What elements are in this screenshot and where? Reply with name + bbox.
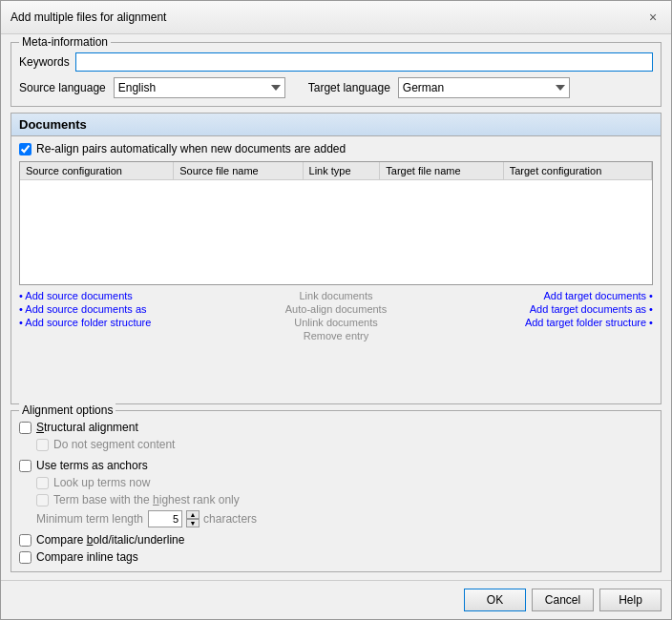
- structural-alignment-checkbox[interactable]: [19, 422, 32, 434]
- remove-entry-row: Remove entry: [230, 329, 441, 342]
- compare-inline-label: Compare inline tags: [36, 550, 138, 564]
- structural-alignment-row: Structural alignment: [19, 421, 653, 434]
- add-source-folder-link[interactable]: Add source folder structure: [19, 317, 151, 328]
- right-links: Add target documents Add target document…: [442, 289, 653, 342]
- meta-section: Meta-information Keywords Source languag…: [10, 42, 662, 107]
- close-button[interactable]: ×: [644, 9, 662, 26]
- term-base-checkbox: [36, 494, 49, 506]
- keywords-input[interactable]: [75, 52, 653, 72]
- do-not-segment-row: Do not segment content: [36, 438, 653, 451]
- center-links: Link documents Auto-align documents Unli…: [230, 289, 441, 342]
- look-up-terms-checkbox: [36, 477, 49, 489]
- compare-bold-row: Compare bold/italic/underline: [19, 533, 653, 547]
- add-target-docs-link[interactable]: Add target documents: [543, 290, 653, 301]
- col-target-config: Target configuration: [503, 162, 651, 180]
- auto-align-row: Auto-align documents: [230, 302, 441, 316]
- look-up-terms-label: Look up terms now: [53, 476, 150, 489]
- meta-label: Meta-information: [19, 35, 111, 49]
- compare-inline-checkbox[interactable]: [19, 551, 32, 564]
- realign-checkbox[interactable]: [19, 143, 32, 155]
- link-documents-link: Link documents: [299, 290, 372, 301]
- realign-label: Re-align pairs automatically when new do…: [36, 142, 346, 155]
- compare-bold-checkbox[interactable]: [19, 534, 32, 547]
- help-button[interactable]: Help: [599, 589, 662, 611]
- cancel-button[interactable]: Cancel: [532, 589, 594, 611]
- dialog-body: Meta-information Keywords Source languag…: [1, 34, 671, 580]
- add-target-folder-row: Add target folder structure: [442, 316, 653, 329]
- compare-inline-row: Compare inline tags: [19, 550, 653, 564]
- min-term-length-row: Minimum term length ▲ ▼ characters: [36, 510, 653, 527]
- do-not-segment-label: Do not segment content: [53, 438, 175, 451]
- do-not-segment-checkbox: [36, 439, 49, 451]
- add-source-folder-row: Add source folder structure: [19, 316, 230, 329]
- unlink-documents-link: Unlink documents: [294, 317, 377, 328]
- add-target-docs-row: Add target documents: [442, 289, 653, 302]
- documents-table: Source configuration Source file name Li…: [20, 162, 652, 180]
- keywords-label: Keywords: [19, 55, 70, 69]
- source-language-select[interactable]: English French German Spanish: [114, 77, 285, 98]
- add-target-docs-as-row: Add target documents as: [442, 302, 653, 316]
- link-documents-row: Link documents: [230, 289, 441, 302]
- term-base-label: Term base with the highest rank only: [53, 493, 240, 506]
- use-terms-label: Use terms as anchors: [36, 459, 148, 472]
- source-language-label: Source language: [19, 81, 106, 94]
- look-up-terms-row: Look up terms now: [36, 476, 653, 489]
- col-link-type: Link type: [303, 162, 380, 180]
- alignment-options-section: Alignment options Structural alignment D…: [10, 410, 662, 572]
- keywords-row: Keywords: [19, 52, 653, 72]
- add-source-docs-as-row: Add source documents as: [19, 302, 230, 316]
- unlink-documents-row: Unlink documents: [230, 316, 441, 329]
- add-source-docs-row: Add source documents: [19, 289, 230, 302]
- auto-align-link: Auto-align documents: [285, 303, 387, 315]
- col-source-file: Source file name: [174, 162, 303, 180]
- documents-body: Re-align pairs automatically when new do…: [10, 135, 662, 404]
- add-source-docs-as-link[interactable]: Add source documents as: [19, 303, 147, 315]
- add-source-docs-link[interactable]: Add source documents: [19, 290, 133, 301]
- titlebar: Add multiple files for alignment ×: [1, 1, 671, 34]
- remove-entry-link: Remove entry: [304, 330, 368, 341]
- documents-table-container[interactable]: Source configuration Source file name Li…: [19, 161, 653, 285]
- left-links: Add source documents Add source document…: [19, 289, 230, 342]
- target-language-select[interactable]: German French Spanish English: [398, 77, 570, 98]
- col-target-file: Target file name: [380, 162, 503, 180]
- compare-bold-label: Compare bold/italic/underline: [36, 533, 184, 547]
- use-terms-row: Use terms as anchors: [19, 459, 653, 472]
- dialog-footer: OK Cancel Help: [1, 580, 671, 619]
- spinner-buttons: ▲ ▼: [186, 510, 200, 527]
- action-links: Add source documents Add source document…: [19, 289, 653, 342]
- add-target-folder-link[interactable]: Add target folder structure: [525, 317, 653, 328]
- dialog-container: Add multiple files for alignment × Meta-…: [0, 0, 672, 620]
- alignment-options-label: Alignment options: [19, 403, 116, 417]
- spinner-up-btn[interactable]: ▲: [186, 510, 200, 519]
- structural-alignment-label: Structural alignment: [36, 421, 138, 434]
- characters-label: characters: [203, 512, 257, 526]
- ok-button[interactable]: OK: [464, 589, 526, 611]
- language-row: Source language English French German Sp…: [19, 77, 653, 98]
- col-source-config: Source configuration: [20, 162, 174, 180]
- dialog-title: Add multiple files for alignment: [10, 10, 166, 24]
- term-base-row: Term base with the highest rank only: [36, 493, 653, 506]
- spinner-down-btn[interactable]: ▼: [186, 519, 200, 527]
- realign-row: Re-align pairs automatically when new do…: [19, 142, 653, 155]
- min-term-length-label: Minimum term length: [36, 512, 143, 526]
- documents-header: Documents: [10, 113, 662, 135]
- documents-section: Documents Re-align pairs automatically w…: [10, 113, 662, 404]
- table-header-row: Source configuration Source file name Li…: [20, 162, 652, 180]
- use-terms-checkbox[interactable]: [19, 460, 32, 472]
- target-language-label: Target language: [308, 81, 390, 94]
- add-target-docs-as-link[interactable]: Add target documents as: [530, 303, 653, 315]
- min-term-input[interactable]: [148, 510, 182, 527]
- min-term-spinner: ▲ ▼ characters: [148, 510, 257, 527]
